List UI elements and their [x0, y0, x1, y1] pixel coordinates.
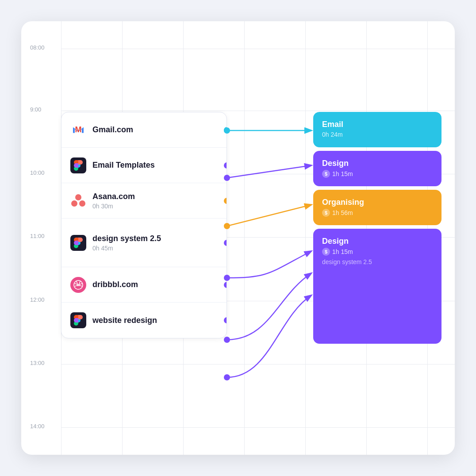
target-item-email-title: Email: [322, 120, 433, 129]
conn-dot-dribbble: [224, 282, 227, 288]
source-item-dribbble[interactable]: dribbbl.com: [61, 267, 226, 303]
vcol-5: [305, 21, 306, 455]
target-item-organising[interactable]: Organising $ 1h 56m: [313, 190, 441, 225]
calendar-container: 08:00 9:00 10:00 11:00 12:00 13:00 14:00: [21, 21, 455, 455]
time-label-1300: 13:00: [21, 360, 45, 366]
source-item-website-redesign[interactable]: website redesign: [61, 303, 226, 338]
target-item-email[interactable]: Email 0h 24m: [313, 112, 441, 147]
time-label-1000: 10:00: [21, 169, 45, 176]
svg-text:M: M: [75, 125, 82, 134]
conn-dot-gmail: [224, 127, 227, 133]
dribbble-icon: [70, 277, 86, 293]
time-label-1100: 11:00: [21, 233, 45, 239]
time-label-0900: 9:00: [21, 106, 41, 113]
svg-point-2: [75, 194, 81, 200]
design1-duration: 1h 15m: [332, 170, 353, 177]
source-item-email-templates-content: Email Templates: [92, 161, 155, 170]
time-label-1400: 14:00: [21, 423, 45, 430]
target-item-organising-meta: $ 1h 56m: [322, 209, 433, 217]
asana-icon: [70, 193, 86, 209]
source-item-asana[interactable]: Asana.com 0h 30m: [61, 183, 226, 219]
billing-icon-organising: $: [322, 209, 330, 217]
figma-icon-email-templates: [70, 157, 86, 173]
gmail-icon: M: [70, 122, 86, 138]
source-item-website-redesign-title: website redesign: [92, 316, 157, 325]
email-duration: 0h 24m: [322, 131, 343, 138]
svg-point-15: [224, 374, 230, 380]
target-item-design1-title: Design: [322, 159, 433, 168]
source-item-dribbble-content: dribbbl.com: [92, 280, 138, 289]
source-item-asana-content: Asana.com 0h 30m: [92, 192, 135, 210]
source-item-gmail-title: Gmail.com: [92, 125, 133, 134]
target-item-design2-title: Design: [322, 237, 433, 246]
svg-point-3: [71, 200, 77, 207]
target-item-design1[interactable]: Design $ 1h 15m: [313, 151, 441, 186]
target-item-organising-title: Organising: [322, 198, 433, 207]
target-panel: Email 0h 24m Design $ 1h 15m Organising …: [313, 112, 441, 347]
source-panel: M Gmail.com Email Template: [61, 112, 227, 338]
source-item-asana-title: Asana.com: [92, 192, 135, 201]
svg-line-12: [227, 205, 311, 226]
source-item-gmail-content: Gmail.com: [92, 125, 133, 134]
source-item-website-redesign-content: website redesign: [92, 316, 157, 325]
conn-dot-asana: [224, 198, 227, 204]
organising-duration: 1h 56m: [332, 209, 353, 216]
source-item-design-system-sub: 0h 45m: [92, 245, 161, 252]
target-item-design2-sub: design system 2.5: [322, 258, 433, 265]
target-item-design1-meta: $ 1h 15m: [322, 170, 433, 178]
svg-point-5: [73, 280, 83, 290]
source-item-design-system-content: design system 2.5 0h 45m: [92, 234, 161, 252]
source-item-gmail[interactable]: M Gmail.com: [61, 112, 226, 148]
conn-dot-website-redesign: [224, 317, 227, 323]
source-item-asana-sub: 0h 30m: [92, 203, 135, 210]
billing-icon-design2: $: [322, 248, 330, 256]
grid-line-0800: [61, 49, 455, 49]
figma-icon-design-system: [70, 235, 86, 251]
time-label-0800: 08:00: [21, 44, 45, 51]
grid-line-1400: [61, 427, 455, 428]
source-item-dribbble-title: dribbbl.com: [92, 280, 138, 289]
time-label-1200: 12:00: [21, 296, 45, 303]
vcol-4: [244, 21, 245, 455]
design2-duration: 1h 15m: [332, 248, 353, 255]
source-item-email-templates-title: Email Templates: [92, 161, 155, 170]
svg-line-10: [227, 165, 311, 178]
conn-dot-design-system: [224, 240, 227, 246]
grid-line-1300: [61, 364, 455, 365]
source-item-email-templates[interactable]: Email Templates: [61, 148, 226, 183]
figma-icon-website-redesign: [70, 312, 86, 328]
grid-line-0900: [61, 111, 455, 111]
conn-dot-email-templates: [224, 162, 227, 169]
billing-icon-design1: $: [322, 170, 330, 178]
target-item-email-meta: 0h 24m: [322, 131, 433, 138]
svg-point-4: [79, 200, 85, 207]
target-item-design2[interactable]: Design $ 1h 15m design system 2.5: [313, 229, 441, 344]
source-item-design-system[interactable]: design system 2.5 0h 45m: [61, 219, 226, 267]
target-item-design2-meta: $ 1h 15m: [322, 248, 433, 256]
source-item-design-system-title: design system 2.5: [92, 234, 161, 243]
